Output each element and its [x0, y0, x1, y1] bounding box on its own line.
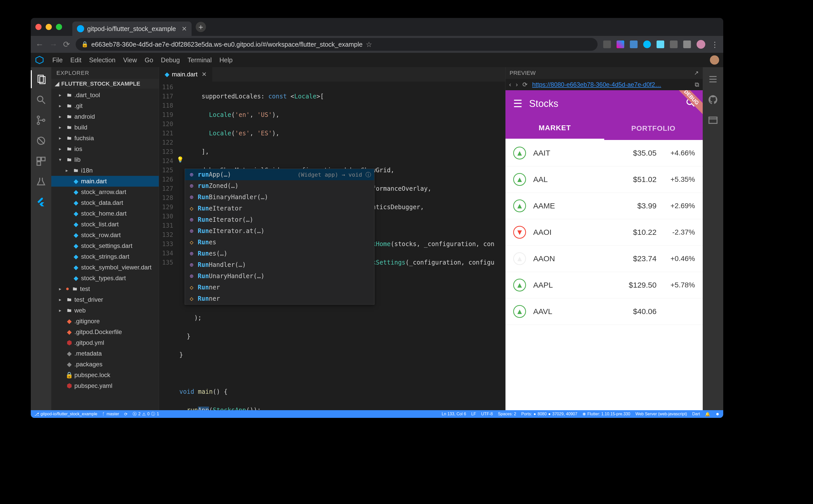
status-repo[interactable]: ⎇ gitpod-io/flutter_stock_example [34, 412, 97, 417]
user-avatar[interactable] [710, 55, 719, 65]
menu-file[interactable]: File [52, 56, 63, 64]
debug-icon[interactable] [31, 132, 51, 150]
extension-icon[interactable] [630, 41, 638, 48]
stock-row-AAON[interactable]: ▲AAON$23.74+0.46% [506, 246, 703, 272]
window-zoom-icon[interactable] [56, 24, 62, 30]
open-external-icon[interactable]: ↗ [694, 70, 699, 76]
window-close-icon[interactable] [35, 24, 42, 30]
status-branch[interactable]: ᚶ master [102, 412, 119, 416]
tree-stock_list-dart[interactable]: ◆stock_list.dart [51, 219, 159, 230]
extension-icon[interactable] [643, 41, 651, 48]
bookmark-icon[interactable]: ☆ [366, 40, 372, 49]
tree--git[interactable]: ▸.git [51, 100, 159, 111]
forward-button[interactable]: → [49, 40, 57, 49]
tree-pubspec-lock[interactable]: 🔒pubspec.lock [51, 370, 159, 380]
status-feedback-icon[interactable]: ☻ [715, 412, 720, 416]
code-editor[interactable]: 1161171181191201211221231241251261271281… [159, 82, 505, 418]
stock-row-AAL[interactable]: ▲AAL$51.02+5.35% [506, 166, 703, 193]
tree-android[interactable]: ▸android [51, 111, 159, 122]
menu-edit[interactable]: Edit [70, 56, 81, 64]
status-encoding[interactable]: UTF-8 [481, 412, 493, 416]
autocomplete-item[interactable]: ◇Runner [185, 282, 374, 293]
tree-stock_types-dart[interactable]: ◆stock_types.dart [51, 273, 159, 284]
extensions-icon[interactable] [31, 152, 51, 170]
tree-stock_arrow-dart[interactable]: ◆stock_arrow.dart [51, 187, 159, 197]
project-header[interactable]: ◢FLUTTER_STOCK_EXAMPLE [51, 79, 159, 89]
tree-stock_symbol_viewer-dart[interactable]: ◆stock_symbol_viewer.dart [51, 262, 159, 273]
tree-ios[interactable]: ▸ios [51, 144, 159, 154]
status-ports[interactable]: Ports: ● 8080 ● 37029, 40907 [522, 412, 578, 416]
github-icon[interactable] [703, 91, 723, 109]
tree--gitignore[interactable]: ◆.gitignore [51, 316, 159, 327]
menu-view[interactable]: View [123, 56, 137, 64]
autocomplete-item[interactable]: ⊕Runes(…) [185, 248, 374, 259]
menu-help[interactable]: Help [219, 56, 233, 64]
preview-reload-icon[interactable]: ⟳ [523, 81, 528, 88]
status-spaces[interactable]: Spaces: 2 [498, 412, 516, 416]
tree-test[interactable]: ▸test [51, 284, 159, 294]
tree-stock_row-dart[interactable]: ◆stock_row.dart [51, 230, 159, 240]
preview-url[interactable]: https://8080-e663eb78-360e-4d5d-ae7e-d0f… [532, 81, 690, 88]
autocomplete-popup[interactable]: ⊕runApp(…)(Widget app) → void ⓘ⊕runZoned… [185, 169, 374, 305]
testing-icon[interactable] [31, 173, 51, 191]
autocomplete-item[interactable]: ◇Runner [185, 293, 374, 304]
extension-icon[interactable] [683, 41, 691, 48]
status-device[interactable]: Web Server (web-javascript) [635, 412, 687, 416]
autocomplete-item[interactable]: ⊕RuneIterator(…) [185, 214, 374, 225]
address-bar[interactable]: 🔒 e663eb78-360e-4d5d-ae7e-d0f28623e5da.w… [76, 38, 598, 51]
tab-market[interactable]: MARKET [506, 117, 604, 140]
stock-row-AAIT[interactable]: ▲AAIT$35.05+4.66% [506, 140, 703, 166]
extension-icon[interactable] [670, 41, 678, 48]
menu-debug[interactable]: Debug [161, 56, 180, 64]
menu-go[interactable]: Go [145, 56, 153, 64]
tree--packages[interactable]: ◆.packages [51, 359, 159, 370]
stock-row-AAVL[interactable]: ▲AAVL$40.06 [506, 298, 703, 325]
tree-build[interactable]: ▸build [51, 122, 159, 133]
autocomplete-item[interactable]: ⊕runApp(…)(Widget app) → void ⓘ [185, 169, 374, 180]
extension-icon[interactable] [603, 41, 611, 48]
lightbulb-icon[interactable]: 💡 [177, 155, 184, 164]
autocomplete-item[interactable]: ◇RuneIterator [185, 203, 374, 214]
close-tab-icon[interactable]: ✕ [182, 25, 187, 33]
autocomplete-item[interactable]: ⊕RunBinaryHandler(…) [185, 191, 374, 203]
reload-button[interactable]: ⟳ [63, 39, 70, 49]
preview-forward-icon[interactable]: › [516, 81, 518, 88]
menu-selection[interactable]: Selection [89, 56, 115, 64]
gitpod-logo-icon[interactable] [35, 55, 44, 65]
tree-stock_data-dart[interactable]: ◆stock_data.dart [51, 197, 159, 208]
outline-icon[interactable] [703, 70, 723, 88]
preview-back-icon[interactable]: ‹ [509, 81, 511, 88]
autocomplete-item[interactable]: ⊕RunHandler(…) [185, 259, 374, 270]
tree-stock_settings-dart[interactable]: ◆stock_settings.dart [51, 240, 159, 251]
tree--gitpod-yml[interactable]: ⬢.gitpod.yml [51, 337, 159, 348]
profile-avatar[interactable] [697, 40, 705, 49]
autocomplete-item[interactable]: ⊕RunUnaryHandler(…) [185, 270, 374, 282]
tab-portfolio[interactable]: PORTFOLIO [604, 117, 703, 140]
status-flutter[interactable]: ❋ Flutter: 1.10.15-pre.330 [583, 412, 630, 417]
status-bell-icon[interactable]: 🔔 [705, 412, 710, 417]
open-window-icon[interactable]: ⧉ [695, 81, 699, 88]
stock-row-AAME[interactable]: ▲AAME$3.99+2.69% [506, 193, 703, 219]
autocomplete-item[interactable]: ⊕runZoned(…) [185, 180, 374, 191]
tree-fuchsia[interactable]: ▸fuchsia [51, 133, 159, 144]
status-lang[interactable]: Dart [692, 412, 700, 416]
window-minimize-icon[interactable] [46, 24, 52, 30]
browser-icon[interactable] [703, 111, 723, 129]
extension-icon[interactable] [657, 41, 664, 48]
status-cursor[interactable]: Ln 133, Col 6 [442, 412, 466, 416]
tree--metadata[interactable]: ◆.metadata [51, 348, 159, 359]
tree-stock_home-dart[interactable]: ◆stock_home.dart [51, 208, 159, 219]
explorer-icon[interactable] [31, 70, 51, 88]
autocomplete-item[interactable]: ◇Runes [185, 237, 374, 248]
tree-lib[interactable]: ▾lib [51, 154, 159, 165]
browser-tab[interactable]: gitpod-io/flutter_stock_example ✕ [72, 22, 192, 36]
editor-tab-main[interactable]: ◆ main.dart ✕ [159, 67, 212, 82]
search-icon[interactable] [31, 91, 51, 109]
new-tab-button[interactable]: ＋ [196, 22, 206, 32]
extension-icon[interactable] [617, 41, 624, 48]
autocomplete-item[interactable]: ⊕RuneIterator.at(…) [185, 225, 374, 237]
menu-terminal[interactable]: Terminal [187, 56, 211, 64]
flutter-icon[interactable] [31, 193, 51, 211]
tree-test_driver[interactable]: ▸test_driver [51, 294, 159, 305]
hamburger-icon[interactable]: ☰ [513, 98, 523, 109]
